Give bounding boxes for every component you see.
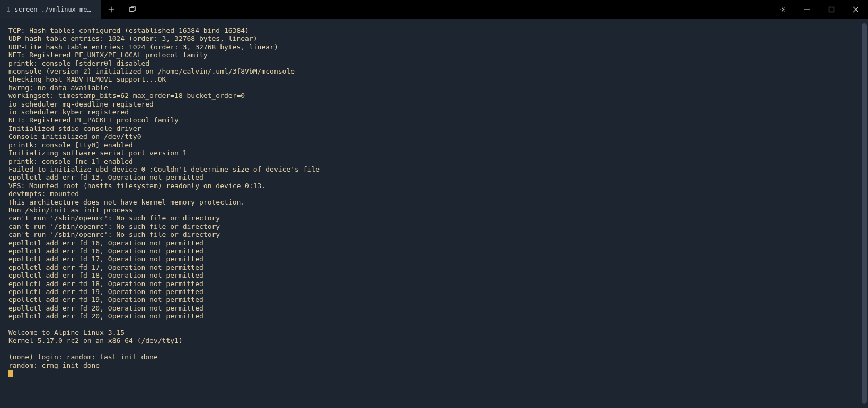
tabs-area: 1 screen ./vmlinux mem…	[0, 0, 143, 19]
terminal-cursor	[8, 370, 13, 377]
new-tab-button[interactable]	[101, 0, 122, 19]
terminal-output[interactable]: TCP: Hash tables configured (established…	[3, 21, 864, 408]
maximize-button[interactable]	[819, 0, 844, 19]
tab-title: screen ./vmlinux mem…	[14, 6, 94, 13]
terminal-area: TCP: Hash tables configured (established…	[0, 19, 868, 408]
tab-active[interactable]: 1 screen ./vmlinux mem…	[0, 0, 101, 19]
gear-icon	[780, 6, 786, 13]
title-bar: 1 screen ./vmlinux mem…	[0, 0, 868, 19]
tab-controls	[101, 0, 143, 19]
scrollbar-thumb[interactable]	[862, 23, 867, 404]
svg-rect-2	[130, 8, 134, 12]
minimize-icon	[804, 6, 810, 13]
tab-list-button[interactable]	[122, 0, 143, 19]
plus-icon	[108, 6, 115, 13]
scrollbar-vertical[interactable]	[862, 23, 867, 404]
settings-button[interactable]	[770, 0, 795, 19]
window-controls	[770, 0, 868, 19]
maximize-icon	[828, 6, 835, 13]
tab-index: 1	[6, 6, 10, 13]
svg-rect-5	[829, 7, 834, 12]
minimize-button[interactable]	[795, 0, 819, 19]
close-button[interactable]	[844, 0, 868, 19]
tabs-icon	[129, 6, 136, 13]
svg-point-3	[782, 8, 783, 10]
close-icon	[853, 6, 859, 13]
